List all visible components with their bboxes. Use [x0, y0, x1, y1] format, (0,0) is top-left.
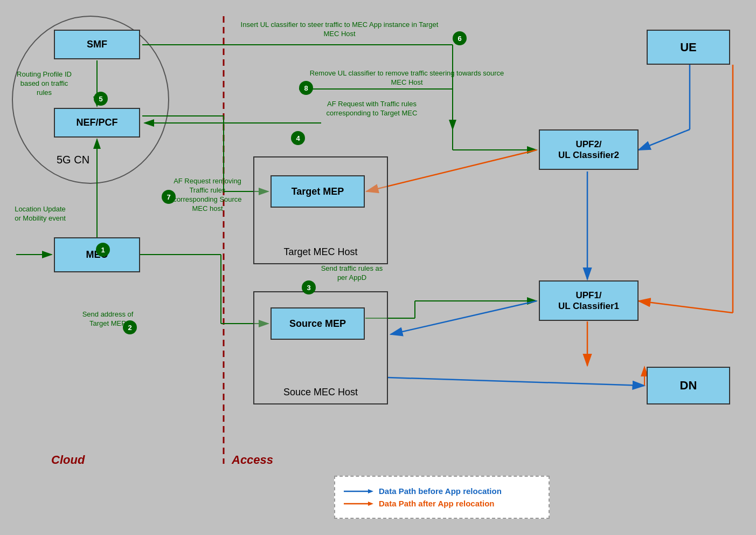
label-af-req4: AF Request with Traffic rules correspond…	[326, 100, 418, 118]
svg-marker-37	[368, 502, 373, 506]
badge-5: 5	[94, 92, 108, 106]
legend-arrow-orange-svg	[344, 500, 373, 507]
svg-marker-35	[368, 489, 373, 493]
label-send-traffic: Send traffic rules as per AppD	[317, 264, 387, 283]
badge-1: 1	[96, 243, 110, 257]
label-target-mec-host: Target MEC Host	[283, 246, 357, 258]
box-upf1: UPF1/ UL Classifier1	[539, 280, 639, 321]
box-meo: MEO	[54, 237, 140, 272]
label-remove-ul: Remove UL classifier to remove traffic s…	[307, 69, 507, 87]
svg-line-31	[639, 301, 733, 313]
box-nef-pcf: NEF/PCF	[54, 108, 140, 138]
legend-arrow-blue-svg	[344, 488, 373, 495]
box-dn: DN	[647, 367, 730, 404]
container-target-mec-host: Target MEC Host	[253, 156, 388, 264]
label-send-address: Send address of Target MEP	[73, 310, 143, 328]
label-cloud: Cloud	[51, 453, 85, 467]
badge-3: 3	[302, 280, 316, 294]
box-source-mep: Source MEP	[271, 307, 365, 340]
box-ue: UE	[647, 30, 730, 65]
label-source-mec-host: Souce MEC Host	[283, 387, 358, 398]
svg-line-27	[388, 378, 644, 386]
box-upf2: UPF2/ UL Classifier2	[539, 129, 639, 170]
svg-line-29	[366, 150, 537, 191]
svg-line-25	[639, 129, 690, 150]
label-insert-ul: Insert UL classifier to steer traffic to…	[234, 20, 445, 39]
box-target-mep: Target MEP	[271, 175, 365, 208]
legend-item-blue: Data Path before App relocation	[344, 486, 540, 496]
label-5gcn: 5G CN	[57, 154, 89, 166]
box-smf: SMF	[54, 30, 140, 59]
diagram-container: 5G CN SMF NEF/PCF MEO Target MEC Host Ta…	[0, 0, 756, 535]
badge-4: 4	[291, 131, 305, 145]
legend-box: Data Path before App relocation Data Pat…	[334, 476, 550, 519]
label-af-req7: AF Request removing Traffic rules corres…	[170, 177, 245, 214]
badge-6: 6	[453, 31, 467, 45]
label-routing-profile: Routing Profile ID based on traffic rule…	[12, 70, 77, 98]
legend-label-orange: Data Path after App relocation	[379, 499, 494, 508]
svg-line-26	[391, 301, 537, 334]
legend-label-blue: Data Path before App relocation	[379, 486, 502, 496]
label-access: Access	[232, 453, 273, 467]
label-location-update: Location Update or Mobility event	[12, 205, 68, 223]
legend-item-orange: Data Path after App relocation	[344, 499, 540, 508]
